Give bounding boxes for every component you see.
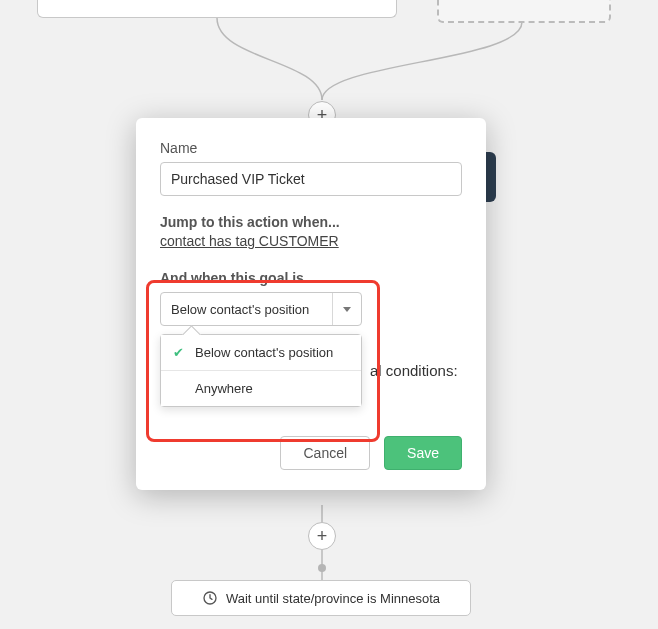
save-button[interactable]: Save: [384, 436, 462, 470]
modal-footer: Cancel Save: [160, 436, 462, 470]
goal-position-heading: And when this goal is...: [160, 270, 462, 286]
jump-condition-heading: Jump to this action when...: [160, 214, 462, 230]
flow-node-box-right-dashed[interactable]: [437, 0, 611, 23]
connector-dot: [318, 564, 326, 572]
goal-position-select[interactable]: Below contact's position: [160, 292, 362, 326]
add-step-button-bottom[interactable]: +: [308, 522, 336, 550]
clock-icon: [202, 590, 218, 606]
check-icon: ✔: [173, 345, 187, 360]
goal-name-input[interactable]: [160, 162, 462, 196]
partial-obscured-text: al conditions:: [370, 362, 458, 379]
select-caret-wrap: [332, 293, 351, 325]
goal-settings-modal: Name Jump to this action when... contact…: [136, 118, 486, 490]
plus-icon: +: [317, 526, 328, 547]
select-current-value: Below contact's position: [171, 302, 309, 317]
chevron-down-icon: [343, 307, 351, 312]
flow-node-box-left[interactable]: [37, 0, 397, 18]
cancel-button[interactable]: Cancel: [280, 436, 370, 470]
condition-link[interactable]: contact has tag CUSTOMER: [160, 233, 339, 249]
dropdown-option-label: Below contact's position: [195, 345, 333, 360]
wait-condition-card[interactable]: Wait until state/province is Minnesota: [171, 580, 471, 616]
dropdown-option-anywhere[interactable]: ✔ Anywhere: [161, 370, 361, 406]
dropdown-option-below[interactable]: ✔ Below contact's position: [161, 335, 361, 370]
goal-position-dropdown: ✔ Below contact's position ✔ Anywhere: [160, 334, 362, 407]
dropdown-option-label: Anywhere: [195, 381, 253, 396]
wait-card-label: Wait until state/province is Minnesota: [226, 591, 440, 606]
name-field-label: Name: [160, 140, 462, 156]
goal-position-select-wrap: Below contact's position ✔ Below contact…: [160, 292, 362, 326]
